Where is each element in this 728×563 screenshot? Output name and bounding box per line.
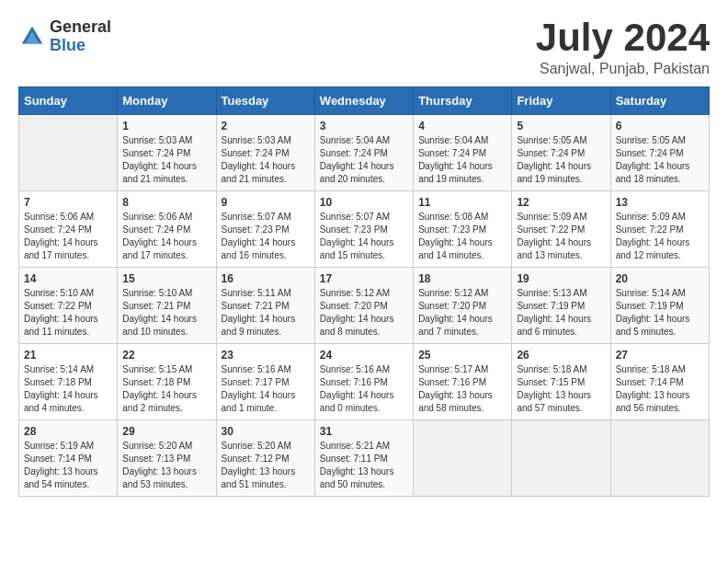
day-number: 31	[320, 425, 408, 438]
day-info: Sunrise: 5:04 AM Sunset: 7:24 PM Dayligh…	[418, 134, 506, 186]
day-info: Sunrise: 5:15 AM Sunset: 7:18 PM Dayligh…	[122, 363, 210, 415]
day-number: 27	[616, 349, 704, 362]
day-info: Sunrise: 5:20 AM Sunset: 7:13 PM Dayligh…	[122, 440, 210, 491]
week-row-4: 21Sunrise: 5:14 AM Sunset: 7:18 PM Dayli…	[19, 344, 710, 420]
day-number: 9	[222, 196, 310, 209]
day-number: 4	[418, 120, 506, 132]
day-number: 16	[222, 272, 310, 285]
week-row-3: 14Sunrise: 5:10 AM Sunset: 7:22 PM Dayli…	[19, 268, 710, 344]
logo-blue: Blue	[50, 37, 111, 55]
calendar-cell: 9Sunrise: 5:07 AM Sunset: 7:23 PM Daylig…	[216, 191, 314, 268]
day-info: Sunrise: 5:18 AM Sunset: 7:14 PM Dayligh…	[616, 363, 704, 415]
logo-icon	[18, 23, 46, 51]
calendar-body: 1Sunrise: 5:03 AM Sunset: 7:24 PM Daylig…	[19, 115, 710, 497]
calendar-cell: 20Sunrise: 5:14 AM Sunset: 7:19 PM Dayli…	[610, 268, 709, 344]
calendar-cell: 8Sunrise: 5:06 AM Sunset: 7:24 PM Daylig…	[118, 191, 216, 268]
day-info: Sunrise: 5:05 AM Sunset: 7:24 PM Dayligh…	[616, 134, 704, 186]
calendar-cell: 25Sunrise: 5:17 AM Sunset: 7:16 PM Dayli…	[414, 344, 512, 420]
calendar-cell: 12Sunrise: 5:09 AM Sunset: 7:22 PM Dayli…	[512, 191, 610, 268]
day-number: 21	[24, 349, 112, 362]
day-info: Sunrise: 5:05 AM Sunset: 7:24 PM Dayligh…	[517, 134, 605, 186]
calendar-cell: 4Sunrise: 5:04 AM Sunset: 7:24 PM Daylig…	[414, 115, 512, 191]
day-number: 28	[24, 425, 112, 438]
page-header: General Blue July 2024 Sanjwal, Punjab, …	[18, 18, 710, 77]
calendar-cell	[19, 115, 118, 191]
calendar-cell	[414, 420, 512, 497]
day-number: 26	[517, 349, 605, 362]
day-info: Sunrise: 5:11 AM Sunset: 7:21 PM Dayligh…	[222, 287, 310, 339]
calendar-cell: 31Sunrise: 5:21 AM Sunset: 7:11 PM Dayli…	[314, 420, 413, 497]
calendar-cell: 14Sunrise: 5:10 AM Sunset: 7:22 PM Dayli…	[19, 268, 118, 344]
day-number: 13	[616, 196, 704, 209]
week-row-5: 28Sunrise: 5:19 AM Sunset: 7:14 PM Dayli…	[19, 420, 710, 497]
header-day-thursday: Thursday	[414, 87, 512, 115]
calendar-cell: 22Sunrise: 5:15 AM Sunset: 7:18 PM Dayli…	[118, 344, 216, 420]
day-number: 6	[616, 120, 704, 132]
calendar-cell: 7Sunrise: 5:06 AM Sunset: 7:24 PM Daylig…	[19, 191, 118, 268]
location: Sanjwal, Punjab, Pakistan	[536, 61, 710, 77]
day-info: Sunrise: 5:14 AM Sunset: 7:18 PM Dayligh…	[24, 363, 112, 415]
calendar-cell	[512, 420, 610, 497]
day-number: 3	[320, 120, 408, 132]
logo-text: General Blue	[50, 18, 111, 55]
day-info: Sunrise: 5:06 AM Sunset: 7:24 PM Dayligh…	[122, 211, 210, 262]
day-info: Sunrise: 5:07 AM Sunset: 7:23 PM Dayligh…	[320, 211, 408, 262]
day-number: 2	[222, 120, 310, 132]
day-number: 14	[24, 272, 112, 285]
calendar-cell: 13Sunrise: 5:09 AM Sunset: 7:22 PM Dayli…	[610, 191, 709, 268]
day-info: Sunrise: 5:16 AM Sunset: 7:16 PM Dayligh…	[320, 363, 408, 415]
day-number: 22	[122, 349, 210, 362]
day-number: 29	[122, 425, 210, 438]
header-day-monday: Monday	[118, 87, 216, 115]
logo: General Blue	[18, 18, 111, 55]
calendar-cell: 10Sunrise: 5:07 AM Sunset: 7:23 PM Dayli…	[314, 191, 413, 268]
calendar-cell: 6Sunrise: 5:05 AM Sunset: 7:24 PM Daylig…	[610, 115, 709, 191]
calendar-cell: 29Sunrise: 5:20 AM Sunset: 7:13 PM Dayli…	[118, 420, 216, 497]
header-day-saturday: Saturday	[610, 87, 709, 115]
day-number: 15	[122, 272, 210, 285]
day-number: 12	[517, 196, 605, 209]
calendar-cell	[610, 420, 709, 497]
day-info: Sunrise: 5:10 AM Sunset: 7:22 PM Dayligh…	[24, 287, 112, 339]
day-info: Sunrise: 5:06 AM Sunset: 7:24 PM Dayligh…	[24, 211, 112, 262]
calendar-cell: 18Sunrise: 5:12 AM Sunset: 7:20 PM Dayli…	[414, 268, 512, 344]
day-info: Sunrise: 5:21 AM Sunset: 7:11 PM Dayligh…	[320, 440, 408, 491]
day-info: Sunrise: 5:03 AM Sunset: 7:24 PM Dayligh…	[122, 134, 210, 186]
calendar-cell: 21Sunrise: 5:14 AM Sunset: 7:18 PM Dayli…	[19, 344, 118, 420]
day-info: Sunrise: 5:18 AM Sunset: 7:15 PM Dayligh…	[517, 363, 605, 415]
day-number: 5	[517, 120, 605, 132]
calendar-cell: 5Sunrise: 5:05 AM Sunset: 7:24 PM Daylig…	[512, 115, 610, 191]
day-number: 8	[122, 196, 210, 209]
day-info: Sunrise: 5:10 AM Sunset: 7:21 PM Dayligh…	[122, 287, 210, 339]
day-info: Sunrise: 5:12 AM Sunset: 7:20 PM Dayligh…	[320, 287, 408, 339]
day-number: 10	[320, 196, 408, 209]
title-section: July 2024 Sanjwal, Punjab, Pakistan	[536, 18, 710, 77]
calendar-cell: 3Sunrise: 5:04 AM Sunset: 7:24 PM Daylig…	[314, 115, 413, 191]
day-number: 17	[320, 272, 408, 285]
logo-general: General	[50, 18, 111, 37]
day-info: Sunrise: 5:08 AM Sunset: 7:23 PM Dayligh…	[418, 211, 506, 262]
day-number: 1	[122, 120, 210, 132]
day-number: 18	[418, 272, 506, 285]
day-info: Sunrise: 5:12 AM Sunset: 7:20 PM Dayligh…	[418, 287, 506, 339]
day-number: 23	[222, 349, 310, 362]
day-info: Sunrise: 5:14 AM Sunset: 7:19 PM Dayligh…	[616, 287, 704, 339]
calendar-cell: 28Sunrise: 5:19 AM Sunset: 7:14 PM Dayli…	[19, 420, 118, 497]
day-info: Sunrise: 5:04 AM Sunset: 7:24 PM Dayligh…	[320, 134, 408, 186]
day-info: Sunrise: 5:17 AM Sunset: 7:16 PM Dayligh…	[418, 363, 506, 415]
day-info: Sunrise: 5:13 AM Sunset: 7:19 PM Dayligh…	[517, 287, 605, 339]
header-row: SundayMondayTuesdayWednesdayThursdayFrid…	[19, 87, 710, 115]
calendar-cell: 24Sunrise: 5:16 AM Sunset: 7:16 PM Dayli…	[314, 344, 413, 420]
calendar-header: SundayMondayTuesdayWednesdayThursdayFrid…	[19, 87, 710, 115]
calendar-cell: 27Sunrise: 5:18 AM Sunset: 7:14 PM Dayli…	[610, 344, 709, 420]
day-info: Sunrise: 5:09 AM Sunset: 7:22 PM Dayligh…	[517, 211, 605, 262]
header-day-sunday: Sunday	[19, 87, 118, 115]
week-row-2: 7Sunrise: 5:06 AM Sunset: 7:24 PM Daylig…	[19, 191, 710, 268]
day-info: Sunrise: 5:03 AM Sunset: 7:24 PM Dayligh…	[222, 134, 310, 186]
calendar-cell: 1Sunrise: 5:03 AM Sunset: 7:24 PM Daylig…	[118, 115, 216, 191]
calendar-cell: 19Sunrise: 5:13 AM Sunset: 7:19 PM Dayli…	[512, 268, 610, 344]
calendar-cell: 26Sunrise: 5:18 AM Sunset: 7:15 PM Dayli…	[512, 344, 610, 420]
calendar-cell: 15Sunrise: 5:10 AM Sunset: 7:21 PM Dayli…	[118, 268, 216, 344]
day-number: 11	[418, 196, 506, 209]
day-number: 7	[24, 196, 112, 209]
